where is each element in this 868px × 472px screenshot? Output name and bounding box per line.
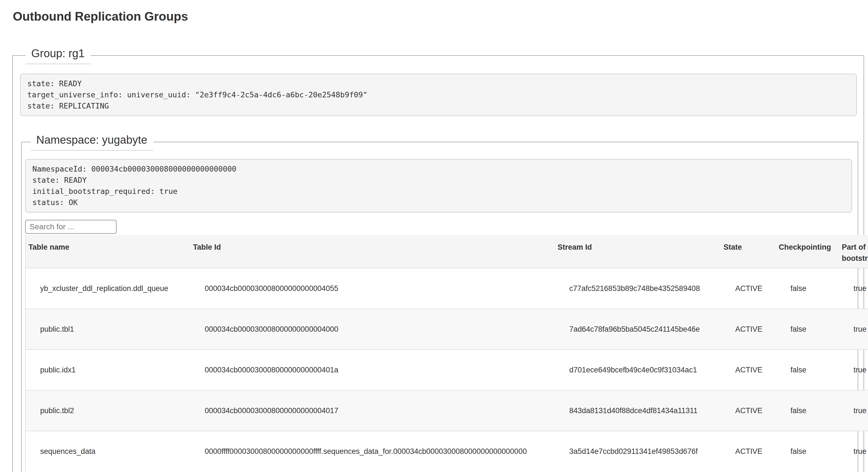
column-header-state: State bbox=[721, 235, 776, 268]
search-input[interactable] bbox=[25, 220, 117, 234]
cell-checkpointing: false bbox=[776, 268, 839, 309]
cell-table-id: 0000ffff00003000800000000000ffff.sequenc… bbox=[190, 431, 555, 471]
cell-state: ACTIVE bbox=[721, 390, 776, 431]
namespace-legend: Namespace: yugabyte bbox=[31, 133, 153, 151]
column-header-part-of-initial-bootstrap: Part of initial bootstrap bbox=[839, 235, 868, 268]
table-row: public.idx1000034cb000030008000000000004… bbox=[25, 350, 868, 390]
group-state-info: state: READY target_universe_info: unive… bbox=[20, 74, 857, 116]
cell-table-name: public.tbl2 bbox=[25, 390, 190, 431]
cell-stream-id: 843da8131d40f88dce4df81434a11311 bbox=[555, 390, 721, 431]
cell-state: ACTIVE bbox=[721, 309, 776, 350]
cell-state: ACTIVE bbox=[721, 268, 776, 309]
table-row: sequences_data0000ffff000030008000000000… bbox=[25, 431, 868, 471]
replication-group-fieldset: Group: rg1 state: READY target_universe_… bbox=[12, 47, 864, 472]
namespace-info: NamespaceId: 000034cb0000300080000000000… bbox=[25, 159, 852, 213]
cell-state: ACTIVE bbox=[721, 350, 776, 390]
cell-table-name: public.idx1 bbox=[25, 350, 190, 390]
cell-checkpointing: false bbox=[776, 350, 839, 390]
cell-stream-id: 7ad64c78fa96b5ba5045c241145be46e bbox=[555, 309, 721, 350]
replication-group-legend: Group: rg1 bbox=[26, 47, 91, 64]
cell-table-name: yb_xcluster_ddl_replication.ddl_queue bbox=[25, 268, 190, 309]
table-row: public.tbl2000034cb000030008000000000004… bbox=[25, 390, 868, 431]
cell-table-name: public.tbl1 bbox=[25, 309, 190, 350]
cell-part-of-initial-bootstrap: true bbox=[839, 268, 868, 309]
cell-part-of-initial-bootstrap: true bbox=[839, 390, 868, 431]
column-header-table-id: Table Id bbox=[190, 235, 555, 268]
column-header-stream-id: Stream Id bbox=[555, 235, 721, 268]
table-body: yb_xcluster_ddl_replication.ddl_queue000… bbox=[25, 268, 868, 471]
cell-part-of-initial-bootstrap: true bbox=[839, 431, 868, 471]
page-title: Outbound Replication Groups bbox=[13, 9, 868, 24]
column-header-table-name: Table name bbox=[25, 235, 190, 268]
cell-stream-id: c77afc5216853b89c748be4352589408 bbox=[555, 268, 721, 309]
table-search bbox=[25, 220, 858, 234]
column-header-checkpointing: Checkpointing bbox=[776, 235, 839, 268]
cell-table-id: 000034cb000030008000000000004055 bbox=[190, 268, 555, 309]
table-header: Table name Table Id Stream Id State Chec… bbox=[25, 235, 868, 268]
namespace-fieldset: Namespace: yugabyte NamespaceId: 000034c… bbox=[21, 133, 858, 472]
table-row: yb_xcluster_ddl_replication.ddl_queue000… bbox=[25, 268, 868, 309]
cell-table-id: 000034cb000030008000000000004017 bbox=[190, 390, 555, 431]
cell-table-id: 000034cb00003000800000000000401a bbox=[190, 350, 555, 390]
cell-table-name: sequences_data bbox=[25, 431, 190, 471]
cell-table-id: 000034cb000030008000000000004000 bbox=[190, 309, 555, 350]
cell-checkpointing: false bbox=[776, 309, 839, 350]
cell-part-of-initial-bootstrap: true bbox=[839, 309, 868, 350]
outbound-replication-page: Outbound Replication Groups Group: rg1 s… bbox=[0, 0, 868, 472]
cell-checkpointing: false bbox=[776, 390, 839, 431]
cell-stream-id: d701ece649bcefb49c4e0c9f31034ac1 bbox=[555, 350, 721, 390]
cell-part-of-initial-bootstrap: true bbox=[839, 350, 868, 390]
tables-table: Table name Table Id Stream Id State Chec… bbox=[25, 235, 868, 471]
cell-state: ACTIVE bbox=[721, 431, 776, 471]
cell-stream-id: 3a5d14e7ccbd02911341ef49853d676f bbox=[555, 431, 721, 471]
table-row: public.tbl1000034cb000030008000000000004… bbox=[25, 309, 868, 350]
cell-checkpointing: false bbox=[776, 431, 839, 471]
